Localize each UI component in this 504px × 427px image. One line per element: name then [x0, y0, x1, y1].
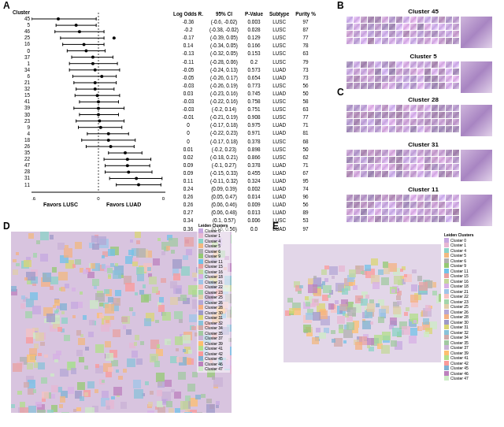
tile	[354, 17, 360, 23]
tile-grid	[346, 17, 500, 48]
tile	[424, 112, 431, 118]
tissue-patch	[50, 373, 54, 377]
tissue-patch	[108, 297, 113, 303]
tissue-patch	[35, 332, 45, 342]
tile	[424, 126, 431, 132]
tile	[439, 202, 445, 208]
tissue-patch	[424, 332, 429, 337]
tile	[439, 61, 445, 68]
tile	[368, 164, 374, 170]
tissue-patch	[342, 288, 348, 295]
tile	[382, 119, 388, 125]
tissue-patch	[80, 396, 85, 402]
tissue-patch	[303, 325, 311, 332]
tile	[453, 150, 459, 156]
legend-label: Cluster 47	[450, 376, 469, 381]
tile	[446, 157, 452, 163]
tissue-patch	[184, 412, 192, 413]
tile	[417, 17, 424, 23]
tile	[368, 195, 374, 201]
tissue-patch	[145, 381, 149, 385]
tile	[375, 119, 381, 125]
tile	[410, 69, 417, 75]
tile	[417, 24, 424, 30]
panel-e	[284, 244, 441, 362]
tissue-patch	[78, 338, 86, 346]
tile	[396, 157, 402, 163]
tile	[354, 69, 360, 75]
svg-point-52	[96, 94, 99, 97]
tile	[361, 216, 367, 222]
tissue-patch	[37, 410, 46, 413]
legend-e: Leiden ClustersCluster 0Cluster 1Cluster…	[443, 232, 476, 382]
tile	[389, 61, 395, 68]
tile	[446, 202, 452, 208]
tissue-patch	[89, 320, 94, 325]
tissue-patch	[85, 347, 89, 351]
tile	[346, 202, 353, 208]
tissue-patch	[206, 404, 215, 413]
tissue-patch	[319, 332, 326, 340]
tile	[396, 38, 402, 44]
tissue-patch	[339, 310, 343, 314]
tile	[439, 112, 445, 118]
legend-swatch	[444, 330, 449, 335]
tile	[439, 31, 445, 37]
legend-swatch	[198, 259, 203, 264]
legend-d: Leiden ClustersCluster 0Cluster 1Cluster…	[197, 222, 230, 373]
tissue-patch	[289, 308, 295, 314]
tissue-patch	[176, 357, 182, 362]
tile	[396, 126, 402, 132]
tile	[346, 157, 353, 163]
tile	[439, 157, 445, 163]
tile	[375, 17, 381, 23]
tissue-patch	[394, 276, 402, 284]
tissue-patch	[57, 327, 62, 332]
tile	[361, 202, 367, 208]
tissue-patch	[169, 238, 177, 247]
tile	[389, 150, 395, 156]
svg-point-40	[100, 75, 103, 78]
tile	[354, 157, 360, 163]
cluster-strip-title: Cluster 31	[346, 141, 500, 148]
cluster-id: 41	[13, 98, 30, 105]
table-row: -0.05(-0.24, 0.13)0.573LUAD73	[171, 67, 318, 73]
tissue-patch	[287, 298, 292, 303]
tissue-patch	[76, 330, 81, 335]
legend-swatch	[444, 243, 449, 247]
tissue-patch	[158, 407, 165, 413]
tile	[403, 216, 410, 222]
tile	[361, 17, 367, 23]
tile	[354, 216, 360, 222]
tissue-patch	[115, 263, 118, 266]
svg-point-108	[137, 184, 140, 187]
tile	[424, 24, 431, 30]
tile	[382, 209, 388, 215]
tile	[396, 105, 402, 111]
tile	[410, 31, 417, 37]
tissue-patch	[166, 401, 172, 407]
tile	[375, 61, 381, 68]
tile	[432, 171, 438, 177]
tissue-patch	[328, 303, 334, 309]
tile	[368, 202, 374, 208]
tile	[439, 69, 445, 75]
tile	[439, 209, 445, 215]
tissue-patch	[106, 320, 109, 324]
tile	[453, 69, 459, 75]
tile	[453, 83, 459, 89]
tissue-patch	[121, 317, 128, 323]
tissue-patch	[128, 250, 135, 256]
tile	[417, 61, 424, 68]
tissue-patch	[136, 248, 146, 258]
cluster-id: 5	[13, 22, 30, 28]
tile	[424, 195, 431, 201]
tissue-patch	[161, 251, 165, 255]
tile	[403, 38, 410, 44]
tile	[446, 112, 452, 118]
tissue-patch	[216, 401, 220, 406]
tissue-patch	[134, 389, 143, 398]
cluster-id: 37	[13, 54, 30, 61]
tissue-patch	[80, 291, 83, 295]
tile	[453, 164, 459, 170]
